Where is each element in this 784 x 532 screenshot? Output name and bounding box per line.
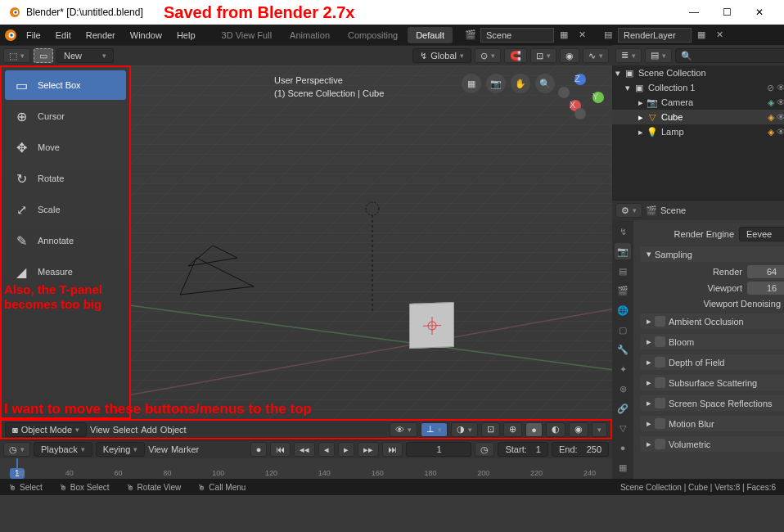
tab-texture[interactable]: ▦: [615, 459, 631, 476]
vol-checkbox[interactable]: [655, 439, 665, 449]
prop-edit-button[interactable]: ◉: [560, 48, 579, 63]
props-type-button[interactable]: ⚙▾: [615, 203, 642, 218]
footer-menu-view[interactable]: View: [90, 425, 110, 435]
menu-edit[interactable]: Edit: [49, 27, 78, 43]
tool-rotate[interactable]: ↻Rotate: [5, 164, 126, 193]
workspace-tab[interactable]: 3D View Full: [214, 27, 281, 43]
keying-menu[interactable]: Keying▾: [96, 442, 146, 457]
tab-material[interactable]: ●: [615, 440, 631, 456]
timeline-canvas[interactable]: 1 204060 80100120 140160180 200220240: [0, 458, 612, 479]
eye-icon[interactable]: 👁: [777, 127, 784, 138]
tab-output[interactable]: 📷: [615, 243, 631, 259]
tab-particle[interactable]: ✦: [615, 361, 631, 377]
z-axis-icon[interactable]: Z: [574, 74, 586, 85]
timeline-marker[interactable]: Marker: [171, 444, 199, 454]
tab-constraint[interactable]: 🔗: [615, 400, 631, 417]
autokey-button[interactable]: ●: [250, 442, 268, 457]
panel-sss[interactable]: ▸ Subsurface Scattering: [640, 375, 784, 390]
renderlayer-input[interactable]: [618, 28, 692, 43]
sampling-panel[interactable]: ▾ Sampling: [640, 246, 784, 262]
tool-annotate[interactable]: ✎Annotate: [5, 226, 126, 255]
view-camera-icon[interactable]: 📷: [486, 74, 506, 93]
play-rev-button[interactable]: ◂: [318, 442, 335, 457]
workspace-tab-active[interactable]: Default: [408, 27, 453, 43]
tab-render[interactable]: ↯: [615, 223, 631, 240]
key-next-button[interactable]: ▸▸: [358, 442, 379, 457]
browse-rl-icon[interactable]: ▦: [693, 28, 710, 43]
snap-button[interactable]: 🧲: [504, 48, 527, 63]
tab-scene[interactable]: 🎬: [615, 282, 631, 299]
eye-icon[interactable]: 👁: [777, 112, 784, 123]
menu-render[interactable]: Render: [79, 27, 122, 43]
snap-type-button[interactable]: ⊡▾: [530, 48, 556, 63]
prop-falloff-button[interactable]: ∿▾: [583, 48, 609, 63]
data-icon[interactable]: ◈: [768, 127, 774, 138]
shading-solid-button[interactable]: ●: [525, 422, 543, 437]
shading-rendered-button[interactable]: ◉: [569, 422, 588, 437]
footer-menu-object[interactable]: Object: [160, 425, 187, 435]
eye-icon[interactable]: 👁: [777, 83, 784, 93]
gizmo-button[interactable]: ⊥▾: [421, 422, 448, 437]
shading-lookdev-button[interactable]: ◐: [546, 422, 565, 437]
shading-options-button[interactable]: ▾: [592, 422, 607, 437]
panel-motionblur[interactable]: ▸ Motion Blur: [640, 416, 784, 431]
xray-button[interactable]: ⊡: [481, 422, 500, 437]
disable-icon[interactable]: ⊘: [767, 83, 774, 93]
jump-end-button[interactable]: ⏭: [382, 442, 403, 457]
key-prev-button[interactable]: ◂◂: [294, 442, 315, 457]
menu-window[interactable]: Window: [124, 27, 169, 43]
render-samples-input[interactable]: 64: [747, 265, 784, 278]
data-icon[interactable]: ◈: [768, 112, 774, 123]
view-camera-icon[interactable]: ▦: [462, 74, 481, 93]
panel-volumetric[interactable]: ▸ Volumetric: [640, 436, 784, 452]
zoom-icon[interactable]: 🔍: [535, 74, 555, 93]
engine-dropdown[interactable]: Eevee▾: [739, 227, 784, 241]
shading-wire-button[interactable]: ⊕: [503, 422, 522, 437]
outliner-type-button[interactable]: ≣▾: [615, 48, 642, 63]
mb-checkbox[interactable]: [655, 418, 665, 429]
tab-physics[interactable]: ⊚: [615, 381, 631, 397]
tab-viewlayer[interactable]: ▤: [615, 263, 631, 279]
tab-object[interactable]: ▢: [615, 322, 631, 338]
tool-select-box[interactable]: ▭Select Box: [5, 70, 126, 100]
visibility-button[interactable]: 👁▾: [390, 422, 417, 437]
minimize-button[interactable]: —: [678, 7, 710, 18]
workspace-tab[interactable]: Compositing: [340, 27, 406, 43]
viewport-canvas[interactable]: User Perspective (1) Scene Collection | …: [131, 65, 612, 419]
tree-collection[interactable]: ▾ ▣Collection 1⊘👁📷: [612, 80, 784, 95]
select-tool-button[interactable]: ▭: [34, 48, 53, 63]
pivot-button[interactable]: ⊙▾: [475, 48, 501, 63]
panel-bloom[interactable]: ▸ Bloom: [640, 334, 784, 349]
tab-modifier[interactable]: 🔧: [615, 341, 631, 358]
menu-help[interactable]: Help: [170, 27, 202, 43]
tool-measure[interactable]: ◢Measure: [5, 257, 126, 286]
data-icon[interactable]: ◈: [768, 97, 774, 108]
neg-axis-icon[interactable]: [574, 108, 586, 119]
menu-file[interactable]: File: [20, 27, 47, 43]
outliner-search-input[interactable]: [675, 48, 784, 63]
mode-dropdown[interactable]: ◙ Object Mode ▾: [5, 422, 87, 437]
play-button[interactable]: ▸: [338, 442, 354, 457]
tree-cube[interactable]: ▸ ▽Cube◈👁📷: [612, 110, 784, 124]
editor-type-button[interactable]: ⬚▾: [3, 48, 30, 63]
dof-checkbox[interactable]: [655, 357, 665, 367]
jump-start-button[interactable]: ⏮: [270, 442, 291, 457]
playback-menu[interactable]: Playback▾: [34, 442, 92, 457]
tool-scale[interactable]: ⤢Scale: [5, 195, 126, 224]
overlay-button[interactable]: ◑▾: [451, 422, 478, 437]
cube-object[interactable]: [409, 302, 454, 349]
ao-checkbox[interactable]: [655, 316, 665, 327]
viewport-samples-input[interactable]: 16: [747, 282, 784, 295]
bloom-checkbox[interactable]: [655, 336, 665, 347]
new-dropdown[interactable]: New▾: [56, 48, 114, 63]
close-scene-icon[interactable]: ✕: [574, 28, 590, 43]
ssr-checkbox[interactable]: [655, 398, 665, 408]
sss-checkbox[interactable]: [655, 377, 665, 388]
eye-icon[interactable]: 👁: [777, 97, 784, 108]
timeline-view[interactable]: View: [148, 444, 168, 454]
tool-cursor[interactable]: ⊕Cursor: [5, 101, 126, 131]
tool-move[interactable]: ✥Move: [5, 133, 126, 162]
tab-world[interactable]: 🌐: [615, 302, 631, 318]
end-frame-input[interactable]: End: 250: [552, 442, 609, 457]
outliner-tree[interactable]: ▾ ▣Scene Collection ▾ ▣Collection 1⊘👁📷 ▸…: [612, 65, 784, 200]
